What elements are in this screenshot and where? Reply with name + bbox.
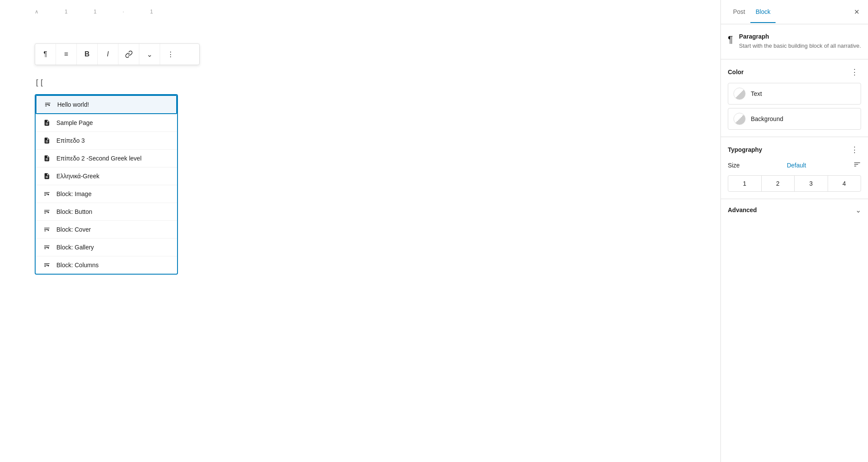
epipedo2-item[interactable]: Επίπεδο 2 -Second Greek level [36, 150, 177, 167]
typography-menu-button[interactable]: ⋮ [848, 144, 861, 155]
background-color-option[interactable]: Background [728, 108, 861, 130]
advanced-title: Advanced [728, 206, 757, 213]
typography-panel-header: Typography ⋮ [728, 144, 861, 155]
block-columns-label: Block: Columns [56, 262, 99, 269]
block-gallery-item[interactable]: Block: Gallery [36, 239, 177, 256]
sample-page-label: Sample Page [56, 119, 93, 126]
color-panel-header: Color ⋮ [728, 66, 861, 78]
hello-world-item[interactable]: Hello world! [36, 95, 177, 114]
chevron-down-icon: ⌄ [855, 206, 861, 214]
advanced-header[interactable]: Advanced ⌄ [728, 206, 861, 214]
epipedo3-label: Επίπεδο 3 [56, 137, 85, 144]
block-cover-item[interactable]: Block: Cover [36, 221, 177, 239]
text-color-option[interactable]: Text [728, 83, 861, 105]
size-btn-4[interactable]: 4 [828, 176, 861, 191]
editor-area: ∧ 1 1 · 1 ¶ ≡ B I ⌄ ⋮ [[ Hello world! [0, 0, 720, 462]
paragraph-section: ¶ Paragraph Start with the basic buildin… [721, 24, 868, 59]
paragraph-info: Paragraph Start with the basic building … [739, 33, 861, 50]
ellipsis-toolbar-btn[interactable]: ⋮ [160, 44, 181, 65]
block-toolbar: ¶ ≡ B I ⌄ ⋮ [35, 43, 200, 65]
sidebar-close-button[interactable]: × [852, 5, 861, 19]
size-btn-2[interactable]: 2 [762, 176, 795, 191]
typography-panel-title: Typography [728, 146, 762, 153]
size-btn-1[interactable]: 1 [728, 176, 762, 191]
epipedo2-icon [43, 154, 51, 163]
block-cover-label: Block: Cover [56, 226, 91, 233]
ruler: ∧ 1 1 · 1 [35, 9, 153, 15]
sample-page-icon [43, 118, 51, 127]
block-tab[interactable]: Block [750, 1, 776, 23]
advanced-section: Advanced ⌄ [721, 199, 868, 221]
block-columns-icon [43, 261, 51, 269]
epipedo2-label: Επίπεδο 2 -Second Greek level [56, 155, 141, 162]
block-indicator: [[ [35, 78, 686, 87]
epipedo3-icon [43, 136, 51, 145]
size-row: Size Default [728, 161, 861, 170]
block-image-item[interactable]: Block: Image [36, 185, 177, 203]
greek-label: Ελληνικά-Greek [56, 173, 99, 180]
greek-item[interactable]: Ελληνικά-Greek [36, 167, 177, 185]
size-btn-3[interactable]: 3 [795, 176, 828, 191]
size-buttons: 1 2 3 4 [728, 175, 861, 192]
color-menu-button[interactable]: ⋮ [848, 66, 861, 78]
text-color-label: Text [751, 90, 762, 97]
block-button-label: Block: Button [56, 208, 92, 215]
post-tab[interactable]: Post [728, 1, 750, 23]
background-color-label: Background [751, 115, 783, 122]
link-toolbar-btn[interactable] [118, 44, 139, 65]
size-default-label: Default [787, 162, 806, 169]
sidebar-tabs: Post Block × [721, 0, 868, 24]
block-cover-icon [43, 225, 51, 234]
color-section: Color ⋮ Text Background [721, 59, 868, 137]
hello-world-label: Hello world! [57, 101, 89, 108]
paragraph-description: Start with the basic building block of a… [739, 42, 861, 50]
block-button-icon [43, 207, 51, 216]
block-gallery-label: Block: Gallery [56, 244, 94, 251]
background-color-circle [733, 113, 746, 125]
bold-toolbar-btn[interactable]: B [77, 44, 98, 65]
size-controls-icon[interactable] [853, 161, 861, 170]
paragraph-icon: ¶ [728, 34, 733, 45]
typography-section: Typography ⋮ Size Default 1 2 3 4 [721, 137, 868, 199]
epipedo3-item[interactable]: Επίπεδο 3 [36, 132, 177, 150]
italic-toolbar-btn[interactable]: I [98, 44, 118, 65]
more-options-toolbar-btn[interactable]: ⌄ [139, 44, 160, 65]
sample-page-item[interactable]: Sample Page [36, 114, 177, 132]
paragraph-toolbar-btn[interactable]: ¶ [35, 44, 56, 65]
greek-icon [43, 172, 51, 180]
color-panel-title: Color [728, 69, 744, 75]
list-dropdown: Hello world! Sample Page Επίπεδο 3 Επίπε… [35, 94, 178, 275]
block-button-item[interactable]: Block: Button [36, 203, 177, 221]
block-gallery-icon [43, 243, 51, 252]
block-image-label: Block: Image [56, 190, 92, 197]
align-toolbar-btn[interactable]: ≡ [56, 44, 77, 65]
hello-world-icon [43, 100, 52, 109]
block-image-icon [43, 190, 51, 198]
size-label: Size [728, 162, 740, 169]
block-columns-item[interactable]: Block: Columns [36, 256, 177, 274]
sidebar: Post Block × ¶ Paragraph Start with the … [720, 0, 868, 462]
text-color-circle [733, 88, 746, 100]
paragraph-title: Paragraph [739, 33, 861, 40]
